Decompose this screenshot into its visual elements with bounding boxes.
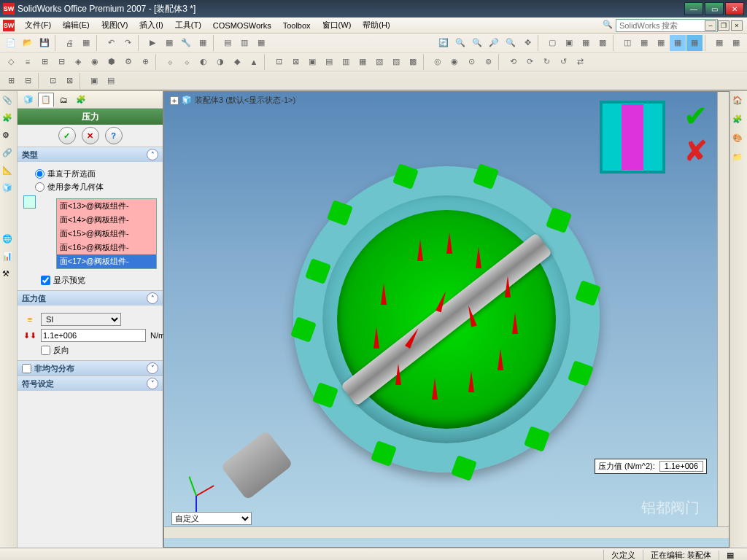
- list-item[interactable]: 面<13>@阀板组件-: [57, 199, 156, 213]
- cmd-icon[interactable]: 🔗: [2, 148, 15, 161]
- toolbar-button[interactable]: ▨: [388, 54, 404, 70]
- pressure-value-input[interactable]: [41, 329, 146, 342]
- radio-normal-to-face[interactable]: 垂直于所选面: [35, 168, 157, 179]
- section-distribution-header[interactable]: 非均匀分布˅: [18, 361, 163, 376]
- cmd-icon[interactable]: 📎: [2, 96, 15, 109]
- menu-toolbox[interactable]: Toolbox: [277, 20, 317, 31]
- menu-tools[interactable]: 工具(T): [169, 18, 207, 32]
- toolbar-button[interactable]: ▤: [220, 35, 236, 51]
- toolbar-button[interactable]: ◉: [87, 54, 103, 70]
- show-preview-checkbox[interactable]: 显示预览: [41, 275, 157, 286]
- zoom-area-button[interactable]: 🔍: [469, 35, 485, 51]
- minimize-button[interactable]: —: [684, 2, 703, 15]
- display-shaded-button[interactable]: ▦: [578, 35, 594, 51]
- mdi-minimize-button[interactable]: –: [705, 20, 716, 31]
- task-icon[interactable]: 🎨: [732, 133, 746, 147]
- toolbar-button[interactable]: ≡: [20, 54, 36, 70]
- cmd-icon[interactable]: ⚒: [2, 269, 15, 282]
- mdi-restore-button[interactable]: ❐: [718, 20, 729, 31]
- task-icon[interactable]: 📁: [732, 152, 746, 166]
- tab-cosmos[interactable]: 🧩: [73, 93, 89, 107]
- toolbar-button[interactable]: ▦: [670, 35, 686, 51]
- list-item[interactable]: 面<14>@阀板组件-: [57, 213, 156, 227]
- save-button[interactable]: 💾: [36, 35, 53, 51]
- toolbar-button[interactable]: ◇: [3, 54, 19, 70]
- ok-button[interactable]: ✓: [58, 127, 76, 144]
- toolbar-button[interactable]: ▩: [405, 54, 421, 70]
- menu-insert[interactable]: 插入(I): [133, 18, 169, 32]
- display-wireframe-button[interactable]: ▢: [544, 35, 560, 51]
- toolbar-button[interactable]: ⊠: [287, 54, 303, 70]
- confirm-ok-icon[interactable]: ✔: [684, 99, 708, 133]
- tab-property-manager[interactable]: 📋: [38, 93, 54, 107]
- tab-config[interactable]: 🗂: [55, 93, 71, 107]
- toolbar-button[interactable]: ◎: [430, 54, 446, 70]
- toolbar-button[interactable]: ▧: [371, 54, 387, 70]
- menu-file[interactable]: 文件(F): [19, 18, 57, 32]
- cmd-icon[interactable]: 📊: [2, 252, 15, 265]
- pan-button[interactable]: ✥: [519, 35, 535, 51]
- toolbar-button[interactable]: ▦: [161, 35, 177, 51]
- toolbar-button[interactable]: ↺: [555, 54, 571, 70]
- toolbar-button[interactable]: ⊞: [36, 54, 53, 70]
- toolbar-button[interactable]: ◉: [446, 54, 462, 70]
- search-input[interactable]: [616, 19, 718, 32]
- menu-view[interactable]: 视图(V): [96, 18, 134, 32]
- toolbar-button[interactable]: ▦: [653, 35, 669, 51]
- undo-button[interactable]: ↶: [103, 35, 119, 51]
- toolbar-button[interactable]: ⊞: [3, 73, 19, 89]
- view-orientation-select[interactable]: 自定义: [171, 512, 252, 525]
- radio-use-reference[interactable]: 使用参考几何体: [35, 182, 157, 192]
- toolbar-button[interactable]: ⟳: [522, 54, 538, 70]
- zoom-in-button[interactable]: 🔎: [486, 35, 502, 51]
- toolbar-button[interactable]: ▤: [321, 54, 337, 70]
- cmd-icon[interactable]: 🌐: [2, 234, 15, 247]
- toolbar-button[interactable]: ◑: [212, 54, 228, 70]
- redo-button[interactable]: ↷: [120, 35, 136, 51]
- cmd-icon[interactable]: 📐: [2, 166, 15, 179]
- toolbar-button[interactable]: ▥: [338, 54, 354, 70]
- menu-window[interactable]: 窗口(W): [317, 18, 357, 32]
- toolbar-button[interactable]: ⇄: [572, 54, 588, 70]
- toolbar-button[interactable]: ⊟: [53, 54, 69, 70]
- toolbar-button[interactable]: ⊡: [44, 73, 61, 89]
- toolbar-button[interactable]: ⊡: [271, 54, 287, 70]
- task-icon[interactable]: 🧩: [732, 114, 746, 128]
- view-orbit-button[interactable]: 🔄: [436, 35, 452, 51]
- toolbar-button[interactable]: ⟲: [505, 54, 521, 70]
- horizontal-scrollbar[interactable]: [164, 526, 729, 538]
- reverse-checkbox[interactable]: 反向: [41, 345, 157, 356]
- print-button[interactable]: 🖨: [61, 35, 77, 51]
- cmd-icon[interactable]: 🧊: [2, 183, 15, 196]
- cmd-icon[interactable]: ⚙: [2, 131, 15, 144]
- menu-help[interactable]: 帮助(H): [357, 18, 395, 32]
- cancel-button[interactable]: ✕: [82, 127, 99, 144]
- new-button[interactable]: 📄: [3, 35, 19, 51]
- toolbar-button[interactable]: ▦: [711, 35, 727, 51]
- menu-cosmos[interactable]: COSMOSWorks: [207, 20, 277, 31]
- toolbar-button[interactable]: ◈: [70, 54, 86, 70]
- toolbar-button[interactable]: ▦: [253, 35, 269, 51]
- select-button[interactable]: ▶: [144, 35, 160, 51]
- list-item[interactable]: 面<15>@阀板组件-: [57, 227, 156, 241]
- toolbar-button[interactable]: ▦: [355, 54, 371, 70]
- list-item[interactable]: 面<17>@阀板组件-: [57, 254, 156, 268]
- app-menu-icon[interactable]: SW: [3, 20, 15, 31]
- toolbar-button[interactable]: ⊙: [463, 54, 479, 70]
- toolbar-button[interactable]: ⊟: [20, 73, 36, 89]
- unit-system-select[interactable]: SI: [41, 313, 121, 326]
- open-button[interactable]: 📂: [20, 35, 36, 51]
- flyout-tree[interactable]: + 🧊 装配体3 (默认<显示状态-1>): [170, 95, 295, 106]
- toolbar-button[interactable]: ◐: [196, 54, 212, 70]
- menu-edit[interactable]: 编辑(E): [57, 18, 96, 32]
- section-value-header[interactable]: 压力值˄: [18, 291, 163, 306]
- task-icon[interactable]: 🏠: [732, 96, 746, 109]
- toolbar-button[interactable]: ▥: [236, 35, 252, 51]
- toolbar-button[interactable]: ▦: [78, 35, 94, 51]
- toolbar-button[interactable]: ▤: [103, 73, 119, 89]
- toolbar-button[interactable]: ▲: [246, 54, 262, 70]
- toolbar-button[interactable]: ▦: [686, 35, 703, 51]
- display-hidden-button[interactable]: ▣: [561, 35, 577, 51]
- toolbar-button[interactable]: ⬢: [104, 54, 120, 70]
- help-button[interactable]: ?: [105, 127, 123, 144]
